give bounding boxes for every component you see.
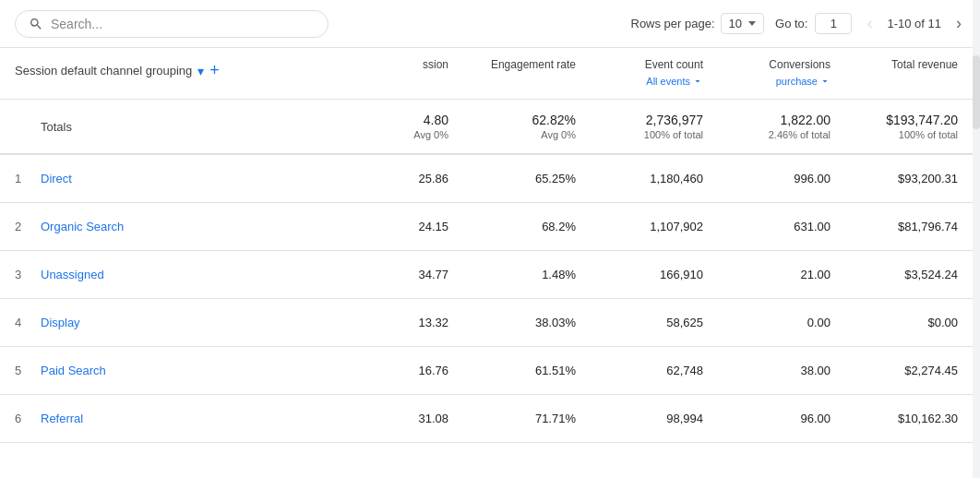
- row-col1: 24.15: [329, 216, 456, 237]
- row-col3: 1,180,460: [583, 168, 711, 189]
- dimension-header: Session default channel grouping ▾ +: [15, 54, 329, 80]
- row-metrics: 34.77 1.48% 166,910 21.00 $3,524.24: [329, 264, 965, 285]
- row-col3: 166,910: [583, 264, 711, 285]
- row-metrics: 25.86 65.25% 1,180,460 996.00 $93,200.31: [329, 168, 965, 189]
- table-row: 1 Direct 25.86 65.25% 1,180,460 996.00 $…: [0, 155, 980, 203]
- row-channel-label[interactable]: Referral: [41, 412, 83, 425]
- filter-icon[interactable]: ▾: [197, 64, 204, 78]
- next-page-button[interactable]: ›: [952, 10, 965, 37]
- col3-sub[interactable]: All events: [591, 75, 703, 89]
- dimension-header-label: Session default channel grouping: [15, 64, 192, 78]
- prev-page-button[interactable]: ‹: [863, 10, 876, 37]
- col2-label: Engagement rate: [463, 57, 576, 73]
- totals-col5-value: $193,747.20: [845, 113, 958, 127]
- rows-per-page-value: 10: [729, 17, 742, 30]
- row-col1: 13.32: [329, 312, 456, 333]
- search-box[interactable]: Search...: [15, 10, 329, 38]
- row-dim-cell: Paid Search: [41, 364, 329, 377]
- totals-col4-value: 1,822.00: [718, 113, 831, 127]
- row-col5: $81,796.74: [838, 216, 965, 237]
- row-col3: 1,107,902: [583, 216, 711, 237]
- row-metrics: 13.32 38.03% 58,625 0.00 $0.00: [329, 312, 965, 333]
- pagination-controls: Rows per page: 10 Go to: ‹ 1-10 of 11 ›: [631, 10, 966, 37]
- column-header-row: Session default channel grouping ▾ + ssi…: [0, 48, 980, 100]
- row-col3: 62,748: [583, 360, 711, 381]
- row-col4: 96.00: [711, 408, 838, 429]
- col5-label: Total revenue: [845, 57, 958, 73]
- row-metrics: 31.08 71.71% 98,994 96.00 $10,162.30: [329, 408, 965, 429]
- row-col5: $3,524.24: [838, 264, 965, 285]
- totals-col1-sub: Avg 0%: [336, 129, 448, 140]
- row-col4: 996.00: [711, 168, 838, 189]
- row-col4: 21.00: [711, 264, 838, 285]
- row-col1: 25.86: [329, 168, 456, 189]
- col4-sub[interactable]: purchase: [718, 75, 831, 89]
- row-index: 1: [15, 172, 41, 185]
- col4-dropdown-icon: [819, 76, 831, 87]
- row-col2: 68.2%: [456, 216, 583, 237]
- metric-headers: ssion Engagement rate Event count All ev…: [329, 54, 965, 92]
- col3-dropdown-icon: [692, 76, 703, 87]
- row-channel-label[interactable]: Organic Search: [41, 220, 124, 233]
- row-channel-label[interactable]: Display: [41, 316, 80, 329]
- search-icon: [29, 17, 43, 31]
- row-col2: 71.71%: [456, 408, 583, 429]
- row-metrics: 16.76 61.51% 62,748 38.00 $2,274.45: [329, 360, 965, 381]
- totals-row: Totals 4.80 Avg 0% 62.82% Avg 0% 2,736,9…: [0, 100, 980, 155]
- row-index: 3: [15, 268, 41, 281]
- totals-metrics: 4.80 Avg 0% 62.82% Avg 0% 2,736,977 100%…: [329, 109, 965, 144]
- row-dim-cell: Organic Search: [41, 220, 329, 233]
- goto-label: Go to:: [775, 17, 807, 30]
- col5-header: Total revenue: [838, 54, 965, 92]
- totals-col2-value: 62.82%: [463, 113, 576, 127]
- table-row: 3 Unassigned 34.77 1.48% 166,910 21.00 $…: [0, 251, 980, 299]
- row-col5: $2,274.45: [838, 360, 965, 381]
- totals-col3-value: 2,736,977: [591, 113, 703, 127]
- row-col4: 38.00: [711, 360, 838, 381]
- rows-per-page-select[interactable]: 10: [721, 13, 764, 34]
- col4-label: Conversions: [718, 57, 831, 73]
- totals-col4-sub: 2.46% of total: [718, 129, 831, 140]
- chevron-down-icon: [748, 21, 756, 26]
- goto-box: Go to:: [775, 13, 852, 34]
- row-col1: 16.76: [329, 360, 456, 381]
- col4-header: Conversions purchase: [711, 54, 838, 92]
- row-dim-cell: Unassigned: [41, 268, 329, 281]
- top-bar: Search... Rows per page: 10 Go to: ‹ 1-1…: [0, 0, 980, 48]
- table-row: 4 Display 13.32 38.03% 58,625 0.00 $0.00: [0, 299, 980, 347]
- row-col2: 1.48%: [456, 264, 583, 285]
- row-col2: 38.03%: [456, 312, 583, 333]
- col3-header: Event count All events: [583, 54, 711, 92]
- row-col1: 34.77: [329, 264, 456, 285]
- totals-col1-value: 4.80: [336, 113, 448, 127]
- page-range: 1-10 of 11: [887, 17, 941, 30]
- row-col3: 98,994: [583, 408, 711, 429]
- scrollbar-track[interactable]: [973, 0, 980, 478]
- goto-input[interactable]: [815, 13, 852, 34]
- col2-header: Engagement rate: [456, 54, 583, 92]
- row-metrics: 24.15 68.2% 1,107,902 631.00 $81,796.74: [329, 216, 965, 237]
- row-channel-label[interactable]: Direct: [41, 172, 72, 185]
- totals-label: Totals: [41, 120, 72, 134]
- table-row: 2 Organic Search 24.15 68.2% 1,107,902 6…: [0, 203, 980, 251]
- row-col5: $0.00: [838, 312, 965, 333]
- add-column-icon[interactable]: +: [209, 61, 220, 80]
- row-index: 2: [15, 220, 41, 233]
- row-dim-cell: Display: [41, 316, 329, 329]
- col3-label: Event count: [591, 57, 703, 73]
- row-index: 5: [15, 364, 41, 377]
- row-col5: $10,162.30: [838, 408, 965, 429]
- row-channel-label[interactable]: Unassigned: [41, 268, 104, 281]
- table-row: 6 Referral 31.08 71.71% 98,994 96.00 $10…: [0, 395, 980, 443]
- row-channel-label[interactable]: Paid Search: [41, 364, 106, 377]
- row-col2: 65.25%: [456, 168, 583, 189]
- row-index: 4: [15, 316, 41, 329]
- totals-col1: 4.80 Avg 0%: [329, 109, 456, 144]
- row-col3: 58,625: [583, 312, 711, 333]
- scrollbar-thumb[interactable]: [973, 55, 980, 129]
- search-placeholder: Search...: [51, 17, 102, 31]
- row-col2: 61.51%: [456, 360, 583, 381]
- rows-per-page: Rows per page: 10: [631, 13, 765, 34]
- table-row: 5 Paid Search 16.76 61.51% 62,748 38.00 …: [0, 347, 980, 395]
- totals-col2: 62.82% Avg 0%: [456, 109, 583, 144]
